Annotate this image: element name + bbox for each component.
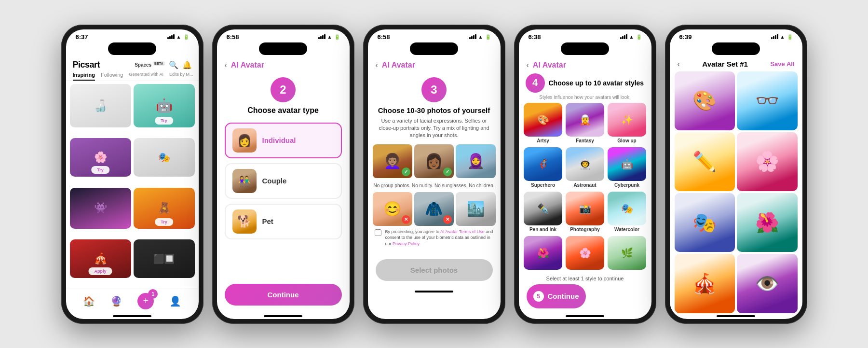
avatar-type-individual[interactable]: 👩 Individual	[225, 123, 342, 158]
style-cyberpunk[interactable]: 🤖 Cyberpunk	[608, 147, 647, 189]
status-bar-4: 6:38 ▲ 🔋	[519, 29, 651, 42]
try-button-purple[interactable]: Try	[91, 166, 109, 174]
signal-bars-5	[771, 34, 778, 39]
apply-button[interactable]: Apply	[88, 267, 112, 275]
watercolor-thumb: 🎭	[608, 192, 646, 225]
watercolor-label: Watercolor	[614, 227, 639, 232]
avatar-result-3[interactable]: ✏️	[675, 132, 735, 191]
style-superhero[interactable]: 🦸 Superhero	[524, 147, 563, 189]
grid-item-cartoon: 🤖 Try	[134, 84, 195, 127]
photo-natural[interactable]: 👩🏾 ✓	[414, 144, 454, 178]
cyberpunk-label: Cyberpunk	[614, 182, 639, 188]
battery-icon-2: 🔋	[334, 34, 340, 40]
style-penink[interactable]: ✒️ Pen and Ink	[524, 192, 563, 233]
phone-2: 6:58 ▲ 🔋 ‹ AI Avatar 2 Choose avatar typ…	[212, 25, 354, 324]
home-indicator-1	[113, 315, 151, 317]
penink-thumb: ✒️	[524, 192, 562, 225]
style-artsy[interactable]: 🎨 Artsy	[524, 103, 563, 144]
profile-nav-icon[interactable]: 👤	[169, 295, 181, 307]
style-glowup[interactable]: ✨ Glow up	[608, 103, 647, 144]
back-button-2[interactable]: ‹	[225, 61, 227, 70]
style-extra1[interactable]: 🌺	[524, 236, 563, 272]
avatar-result-2[interactable]: 👓	[737, 71, 798, 130]
photo-check-4: ✕	[443, 215, 452, 224]
bottom-nav-1: 🏠 🔮 + 1 👤	[66, 289, 199, 313]
dynamic-island-3	[410, 42, 458, 55]
penink-label: Pen and Ink	[529, 227, 556, 232]
save-all-button[interactable]: Save All	[770, 60, 794, 68]
style-extra3[interactable]: 🌿	[608, 236, 647, 272]
avatar-type-pet[interactable]: 🐕 Pet	[225, 204, 342, 239]
photography-label: Photography	[570, 227, 600, 232]
phones-container: 6:37 ▲ 🔋 Picsart Spaces BETA 🔍	[61, 25, 807, 324]
signal-bars-4	[620, 34, 627, 39]
avatar-result-8[interactable]: 👁️	[737, 254, 798, 313]
superhero-thumb: 🦸	[524, 147, 562, 181]
style-watercolor[interactable]: 🎭 Watercolor	[608, 192, 647, 233]
battery-icon-1: 🔋	[183, 34, 189, 40]
cyberpunk-thumb: 🤖	[608, 147, 646, 181]
phone-1: 6:37 ▲ 🔋 Picsart Spaces BETA 🔍	[61, 25, 203, 324]
terms-checkbox[interactable]	[375, 229, 381, 236]
try-button-cartoon[interactable]: Try	[155, 117, 173, 125]
style-photography[interactable]: 📸 Photography	[566, 192, 605, 233]
grid-item-neon: 👾	[70, 188, 131, 229]
avatar-result-4[interactable]: 🌸	[737, 132, 798, 191]
avatar-result-6[interactable]: 🌺	[737, 193, 798, 252]
notification-icon[interactable]: 🔔	[182, 60, 192, 70]
tab-edits[interactable]: Edits by M...	[169, 72, 193, 81]
tab-generated[interactable]: Generated with AI	[129, 72, 163, 81]
home-indicator-3	[415, 291, 453, 292]
photo-hood[interactable]: 🧥 ✕	[414, 192, 454, 226]
spaces-badge: Spaces BETA	[135, 62, 164, 68]
couple-label: Couple	[262, 177, 287, 185]
status-bar-2: 6:58 ▲ 🔋	[217, 29, 350, 42]
explore-nav-icon[interactable]: 🔮	[110, 295, 122, 307]
continue-button-4[interactable]: 5 Continue	[527, 284, 586, 308]
battery-icon-3: 🔋	[485, 34, 491, 40]
avatar-result-5[interactable]: 🎭	[675, 193, 735, 252]
style-fantasy[interactable]: 🧝 Fantasy	[566, 103, 605, 144]
search-icon[interactable]: 🔍	[169, 60, 178, 70]
astronaut-thumb: 👨‍🚀	[566, 147, 604, 181]
photo-check-1: ✓	[402, 167, 410, 176]
photo-afro[interactable]: 👩🏽‍🦱 ✓	[373, 144, 412, 178]
select-photos-button[interactable]: Select photos	[376, 259, 493, 281]
photography-thumb: 📸	[566, 192, 604, 225]
step5-circle: 5	[533, 291, 544, 302]
artsy-label: Artsy	[537, 138, 549, 143]
grid-item-dark: 🎪 Apply	[70, 239, 131, 278]
try-button-monster[interactable]: Try	[155, 218, 173, 226]
grid-item-bottle: 🍶	[70, 84, 131, 127]
back-button-4[interactable]: ‹	[527, 61, 529, 70]
status-bar-3: 6:58 ▲ 🔋	[368, 29, 501, 42]
add-button[interactable]: + 1	[137, 293, 154, 309]
status-bar-5: 6:39 ▲ 🔋	[670, 29, 802, 42]
photo-outdoor[interactable]: 🧕	[456, 144, 495, 178]
style-astronaut[interactable]: 👨‍🚀 Astronaut	[566, 147, 605, 189]
tab-inspiring[interactable]: Inspiring	[73, 72, 95, 81]
styles-grid: 🎨 Artsy 🧝 Fantasy ✨ Glow up 🦸 Superhero …	[519, 103, 651, 273]
status-icons-1: ▲ 🔋	[167, 34, 189, 40]
step4-header-row: 4 Choose up to 10 avatar styles	[519, 73, 651, 95]
section-title-2: Choose avatar type	[217, 106, 350, 115]
photo-office[interactable]: 🏙️	[456, 192, 495, 226]
tab-following[interactable]: Following	[101, 72, 123, 81]
avatar-result-1[interactable]: 🎨	[675, 71, 735, 130]
photo-smile[interactable]: 😊 ✕	[373, 192, 412, 226]
astronaut-label: Astronaut	[573, 182, 596, 188]
back-button-5[interactable]: ‹	[678, 60, 680, 69]
phone-5: 6:39 ▲ 🔋 ‹ Avatar Set #1 Save All 🎨	[665, 25, 807, 324]
wifi-icon-1: ▲	[176, 34, 181, 40]
time-5: 6:39	[679, 33, 692, 41]
avatar-type-couple[interactable]: 👫 Couple	[225, 163, 342, 199]
step-1-badge: 1	[148, 289, 158, 299]
style-extra2[interactable]: 🌸	[566, 236, 605, 272]
step-circle-2: 2	[271, 77, 296, 102]
avatar-result-7[interactable]: 🎪	[675, 254, 735, 313]
home-nav-icon[interactable]: 🏠	[83, 295, 95, 307]
continue-button-2[interactable]: Continue	[225, 284, 342, 306]
wifi-icon-5: ▲	[780, 34, 785, 40]
fantasy-label: Fantasy	[576, 138, 594, 143]
back-button-3[interactable]: ‹	[376, 61, 378, 70]
